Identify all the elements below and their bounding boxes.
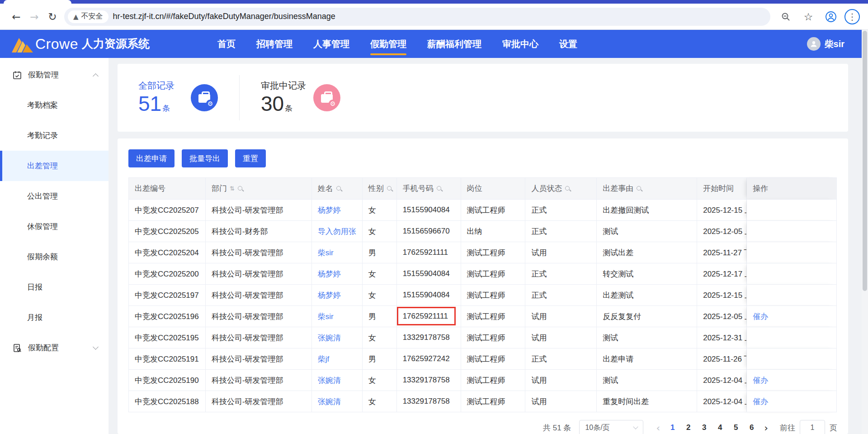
urge-link[interactable]: 催办 xyxy=(753,396,768,407)
employee-name-link[interactable]: 柴jf xyxy=(318,354,330,364)
calendar-check-icon xyxy=(13,71,22,80)
column-header-gender[interactable]: 性别 xyxy=(363,178,397,200)
column-header-reason[interactable]: 出差事由 xyxy=(597,178,697,200)
business-trip-table: 出差编号部门⇅姓名性别手机号码岗位人员状态出差事由开始时间操作 中竞发CC202… xyxy=(128,177,837,412)
search-icon[interactable] xyxy=(238,186,244,192)
page-number-1[interactable]: 1 xyxy=(665,423,680,432)
cell-phone: 15155904084 xyxy=(397,263,461,285)
nav-item-settings[interactable]: 设置 xyxy=(559,30,577,58)
sidebar-item-label: 月报 xyxy=(27,312,42,323)
employee-name-link[interactable]: 杨梦婷 xyxy=(318,290,341,300)
employee-name-link[interactable]: 张婉清 xyxy=(318,333,341,343)
sidebar-item-label: 休假管理 xyxy=(27,221,58,232)
column-header-name[interactable]: 姓名 xyxy=(312,178,363,200)
page-number-5[interactable]: 5 xyxy=(728,423,744,432)
urge-link[interactable]: 催办 xyxy=(753,375,768,386)
cell-start: 2025-12-04 上午 xyxy=(697,391,747,412)
reload-icon[interactable]: ↻ xyxy=(43,8,61,26)
cell-phone: 17625921111 xyxy=(397,306,461,327)
sort-icon[interactable]: ⇅ xyxy=(230,185,235,192)
goto-label: 前往 xyxy=(780,423,795,433)
search-icon[interactable] xyxy=(437,186,443,192)
search-icon[interactable] xyxy=(336,186,343,192)
active-tab[interactable] xyxy=(4,0,71,4)
stat-label: 全部记录 xyxy=(138,80,191,92)
sidebar-item-business-trip-management[interactable]: 出差管理 xyxy=(0,151,108,181)
sidebar-item-public-outing-management[interactable]: 公出管理 xyxy=(0,181,108,211)
goto-unit: 页 xyxy=(830,423,837,433)
search-icon[interactable] xyxy=(387,186,393,192)
column-header-status[interactable]: 人员状态 xyxy=(525,178,597,200)
sidebar-item-attendance-archive[interactable]: 考勤档案 xyxy=(0,90,108,120)
sidebar-item-monthly-report[interactable]: 月报 xyxy=(0,302,108,333)
page-number-6[interactable]: 6 xyxy=(744,423,760,432)
column-header-phone[interactable]: 手机号码 xyxy=(397,178,461,200)
cell-reason: 转交测试 xyxy=(597,263,697,285)
page-number-2[interactable]: 2 xyxy=(680,423,696,432)
sidebar-item-leave-balance[interactable]: 假期余额 xyxy=(0,242,108,272)
table-row: 中竞发CC2025191科技公司-研发管理部柴jf男17625927242测试工… xyxy=(129,348,837,370)
back-icon[interactable]: ← xyxy=(7,8,25,26)
page-size-select[interactable]: 10条/页 xyxy=(579,420,643,434)
employee-name-link[interactable]: 张婉清 xyxy=(318,375,341,386)
security-chip[interactable]: ▲ 不安全 xyxy=(68,10,108,23)
sidebar-item-label: 考勤记录 xyxy=(27,130,58,141)
cell-id: 中竞发CC2025207 xyxy=(129,200,206,221)
cell-status: 试用 xyxy=(525,327,597,348)
nav-item-approval-center[interactable]: 审批中心 xyxy=(502,30,538,58)
page-number-3[interactable]: 3 xyxy=(696,423,712,432)
cell-name: 柴sir xyxy=(312,242,363,263)
column-header-job: 岗位 xyxy=(461,178,526,200)
employee-name-link[interactable]: 柴sir xyxy=(318,311,334,322)
header-user[interactable]: 柴sir xyxy=(807,37,844,51)
column-label: 姓名 xyxy=(318,183,333,194)
column-header-id: 出差编号 xyxy=(129,178,206,200)
table-row: 中竞发CC2025190科技公司-研发管理部张婉清女13329178758测试工… xyxy=(129,370,837,391)
search-icon[interactable] xyxy=(565,186,571,192)
prev-page-button[interactable]: ‹ xyxy=(651,422,665,434)
page-scrollbar[interactable] xyxy=(862,30,868,434)
cell-job: 出纳 xyxy=(461,221,526,242)
forward-icon[interactable]: → xyxy=(25,8,43,26)
page-number-4[interactable]: 4 xyxy=(712,423,728,432)
employee-name-link[interactable]: 杨梦婷 xyxy=(318,205,341,215)
employee-name-link[interactable]: 杨梦婷 xyxy=(318,269,341,279)
urge-link[interactable]: 催办 xyxy=(753,311,768,322)
profile-icon[interactable] xyxy=(822,8,840,26)
bookmark-star-icon[interactable]: ☆ xyxy=(799,8,817,26)
cell-id: 中竞发CC2025200 xyxy=(129,263,206,285)
search-icon[interactable] xyxy=(637,186,643,192)
sidebar-item-attendance-config[interactable]: 假勤配置 xyxy=(0,333,108,363)
browser-menu-icon[interactable]: ⋮ xyxy=(844,9,860,24)
cell-dept: 科技公司-研发管理部 xyxy=(206,327,312,348)
reset-button[interactable]: 重置 xyxy=(235,149,266,167)
nav-item-recruit[interactable]: 招聘管理 xyxy=(256,30,292,58)
url-bar[interactable]: ▲ 不安全 hr-test.zjf-it.cn/#/fakeDuty/fakeD… xyxy=(64,8,770,26)
batch-export-button[interactable]: 批量导出 xyxy=(182,149,228,167)
next-page-button[interactable]: › xyxy=(760,422,773,434)
cell-dept: 科技公司-研发管理部 xyxy=(206,200,312,221)
cell-start: 2025-12-04 上午 xyxy=(697,370,747,391)
sidebar-item-leave-management[interactable]: 休假管理 xyxy=(0,211,108,242)
cell-id: 中竞发CC2025197 xyxy=(129,285,206,306)
nav-item-home[interactable]: 首页 xyxy=(217,30,236,58)
cell-start: 2025-11-26 下午 xyxy=(697,348,747,370)
chevron-down-icon xyxy=(93,344,99,350)
trip-apply-button[interactable]: 出差申请 xyxy=(128,149,175,167)
sidebar-item-label: 假勤管理 xyxy=(28,70,59,80)
employee-name-link[interactable]: 张婉清 xyxy=(318,396,341,407)
cell-action xyxy=(747,221,837,242)
goto-page-input[interactable] xyxy=(800,420,825,434)
cell-reason: 反反复复付 xyxy=(597,306,697,327)
nav-item-salary-benefits[interactable]: 薪酬福利管理 xyxy=(427,30,481,58)
sidebar-item-attendance-management[interactable]: 假勤管理 xyxy=(0,60,108,90)
employee-name-link[interactable]: 导入勿用张 xyxy=(318,226,356,237)
employee-name-link[interactable]: 柴sir xyxy=(318,248,334,258)
nav-item-attendance[interactable]: 假勤管理 xyxy=(370,30,406,58)
sidebar-item-attendance-record[interactable]: 考勤记录 xyxy=(0,120,108,151)
sidebar-item-daily-report[interactable]: 日报 xyxy=(0,272,108,302)
nav-item-personnel[interactable]: 人事管理 xyxy=(313,30,349,58)
zoom-indicator-icon[interactable] xyxy=(777,8,795,26)
column-header-dept[interactable]: 部门⇅ xyxy=(206,178,312,200)
scrollbar-thumb[interactable] xyxy=(863,31,867,291)
